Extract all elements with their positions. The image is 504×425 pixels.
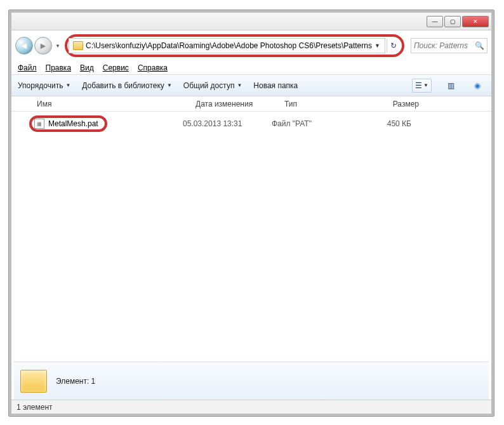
file-icon: ▦ [34,119,44,129]
view-options-button[interactable]: ☰ ▼ [412,79,432,93]
minimize-button[interactable]: — [427,16,443,27]
file-highlight: ▦ MetalMesh.pat [29,115,107,132]
back-button[interactable]: ◄ [15,37,33,55]
forward-button[interactable]: ► [34,37,52,55]
search-box[interactable]: 🔍 [411,38,487,53]
menu-help[interactable]: Справка [138,63,168,72]
file-date: 05.03.2013 13:31 [183,119,272,128]
file-row[interactable]: ▦ MetalMesh.pat 05.03.2013 13:31 Файл "P… [29,115,491,132]
menu-edit[interactable]: Правка [46,63,72,72]
preview-pane-button[interactable]: ▥ [443,79,458,93]
address-dropdown-icon[interactable]: ▼ [375,43,381,49]
address-bar-highlight: C:\Users\konfuziy\AppData\Roaming\Adobe\… [65,34,404,57]
col-size[interactable]: Размер [367,100,424,108]
details-pane: Элемент: 1 [14,362,489,400]
col-type[interactable]: Тип [284,100,367,108]
details-text: Элемент: 1 [56,377,95,386]
search-icon[interactable]: 🔍 [475,41,484,50]
status-text: 1 элемент [17,403,53,412]
details-folder-icon [20,370,47,393]
help-button[interactable]: ◉ [470,79,485,93]
toolbar: Упорядочить▼ Добавить в библиотеку▼ Общи… [11,75,491,96]
search-input[interactable] [414,41,472,50]
file-size: 450 КБ [354,119,411,128]
organize-button[interactable]: Упорядочить▼ [18,81,70,90]
menu-bar: Файл Правка Вид Сервис Справка [11,61,491,75]
new-folder-button[interactable]: Новая папка [253,81,298,90]
history-dropdown[interactable]: ▼ [53,37,62,55]
menu-tools[interactable]: Сервис [103,63,129,72]
file-name: MetalMesh.pat [48,119,98,128]
share-button[interactable]: Общий доступ▼ [183,81,242,90]
close-button[interactable]: ✕ [462,16,489,27]
address-path[interactable]: C:\Users\konfuziy\AppData\Roaming\Adobe\… [86,41,372,50]
col-name[interactable]: Имя [37,100,196,108]
menu-view[interactable]: Вид [80,63,94,72]
add-to-library-button[interactable]: Добавить в библиотеку▼ [82,81,171,90]
file-type: Файл "PAT" [272,119,354,128]
folder-icon [73,41,83,50]
col-date[interactable]: Дата изменения [196,100,284,108]
column-headers: Имя Дата изменения Тип Размер [11,96,491,112]
status-bar: 1 элемент [11,400,491,414]
menu-file[interactable]: Файл [18,63,37,72]
refresh-button[interactable]: ↻ [387,39,401,53]
file-list: ▦ MetalMesh.pat 05.03.2013 13:31 Файл "P… [11,112,491,132]
maximize-button[interactable]: ▢ [444,16,461,27]
address-bar[interactable]: C:\Users\konfuziy\AppData\Roaming\Adobe\… [69,38,385,53]
